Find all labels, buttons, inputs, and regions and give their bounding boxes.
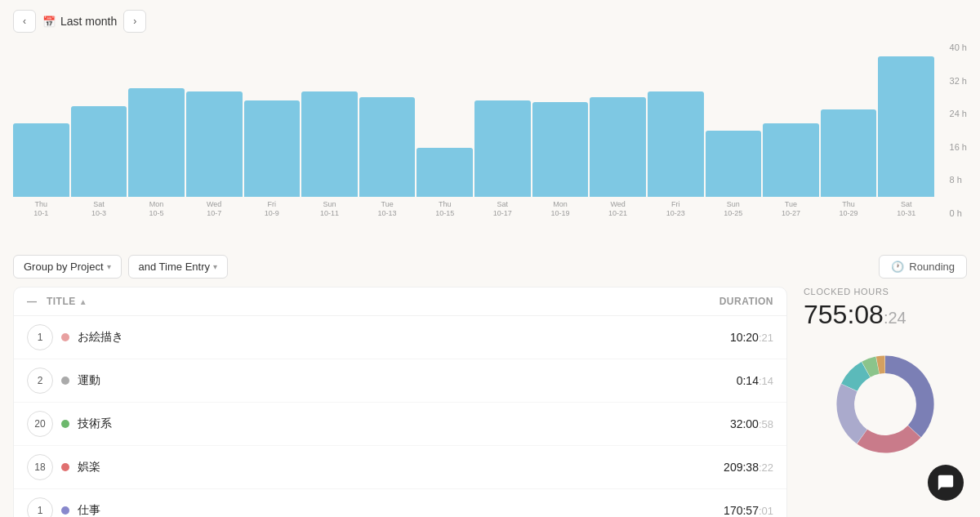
bar-column: Mon10-5 [128, 88, 185, 218]
bar-label: Wed10-21 [608, 200, 627, 218]
row-duration: 209:38:22 [675, 461, 773, 474]
duration-col: DURATION [675, 296, 773, 307]
bar [590, 97, 646, 198]
duration-sec: :58 [759, 418, 773, 430]
bar-label: Tue10-13 [378, 200, 397, 218]
bar-column: Sat10-3 [71, 106, 127, 218]
bar-column: Sun10-25 [706, 131, 762, 218]
calendar-icon: 📅 [42, 16, 56, 28]
bar-column: Tue10-13 [359, 97, 416, 218]
y-label: 40 h [950, 42, 967, 52]
time-entry-label: and Time Entry [139, 261, 210, 273]
group-by-button[interactable]: Group by Project ▾ [13, 255, 122, 279]
row-title: お絵描き [78, 330, 675, 345]
duration-main: 170:57 [724, 504, 759, 517]
duration-sec: :01 [759, 505, 773, 517]
bar [416, 148, 473, 197]
chart-area: 40 h32 h24 h16 h8 h0 h Thu10-1Sat10-3Mon… [0, 42, 980, 247]
duration-main: 209:38 [724, 461, 759, 474]
clocked-time: 755:08:24 [804, 300, 967, 330]
bar-column: Wed10-7 [186, 91, 243, 218]
bar-column: Mon10-19 [532, 102, 589, 218]
duration-main: 32:00 [730, 417, 759, 430]
table-row[interactable]: 18 娯楽 209:38:22 [14, 446, 786, 489]
row-duration: 0:14:14 [675, 374, 773, 387]
donut-svg [832, 351, 938, 457]
table-body: 1 お絵描き 10:20:21 2 運動 0:14:14 20 技術系 32:0… [14, 316, 786, 517]
bar [301, 91, 358, 197]
row-title: 娯楽 [78, 460, 675, 475]
donut-chart [804, 343, 967, 466]
duration-sec: :21 [759, 332, 773, 344]
bar-label: Tue10-27 [782, 200, 800, 218]
row-dot [61, 463, 69, 471]
bar-label: Mon10-5 [149, 200, 164, 218]
bar-label: Thu10-15 [435, 200, 454, 218]
row-count: 1 [27, 497, 53, 517]
table-row[interactable]: 1 お絵描き 10:20:21 [14, 316, 786, 359]
y-label: 8 h [950, 175, 967, 185]
main-content: — TITLE ▲ DURATION 1 お絵描き 10:20:21 2 運動 … [0, 287, 980, 517]
bar [128, 88, 185, 197]
bar [763, 123, 819, 197]
donut-segment [836, 384, 866, 443]
bar [648, 91, 704, 197]
chart-bars: Thu10-1Sat10-3Mon10-5Wed10-7Fri10-9Sun10… [13, 42, 967, 218]
bar-column: Wed10-21 [590, 97, 646, 218]
bar [359, 97, 416, 198]
bar-column: Tue10-27 [763, 123, 819, 218]
group-by-label: Group by Project [24, 261, 104, 273]
title-header-text: TITLE [47, 296, 76, 307]
row-count: 18 [27, 454, 53, 480]
table-row[interactable]: 20 技術系 32:00:58 [14, 403, 786, 446]
row-dot [61, 333, 69, 341]
bar-label: Sun10-11 [320, 200, 339, 218]
y-label: 16 h [950, 142, 967, 152]
chevron-down-icon: ▾ [107, 262, 111, 271]
donut-segment [885, 355, 934, 437]
bar-label: Sat10-31 [897, 200, 915, 218]
sort-icon: ▲ [79, 297, 87, 306]
table-row[interactable]: 1 仕事 170:57:01 [14, 489, 786, 517]
row-dot [61, 506, 69, 515]
row-title: 仕事 [78, 503, 675, 517]
hours-value: 755:08 [804, 300, 884, 329]
clocked-label: CLOCKED HOURS [804, 287, 967, 296]
bar-column: Sat10-31 [878, 56, 934, 218]
bar-label: Mon10-19 [550, 200, 569, 218]
period-text: Last month [60, 15, 117, 28]
bar-column: Thu10-15 [416, 148, 473, 218]
rounding-button[interactable]: 🕐 Rounding [879, 255, 967, 279]
bar [186, 91, 243, 197]
bar [821, 109, 877, 198]
bar-label: Thu10-29 [840, 200, 858, 218]
chat-icon [937, 474, 955, 492]
row-duration: 32:00:58 [675, 417, 773, 430]
rounding-label: Rounding [909, 261, 955, 273]
row-title: 技術系 [78, 417, 675, 431]
chat-button[interactable] [928, 465, 964, 501]
duration-main: 0:14 [737, 374, 759, 387]
chart-y-labels: 40 h32 h24 h16 h8 h0 h [950, 42, 967, 218]
bar-label: Wed10-7 [207, 200, 221, 218]
clock-icon: 🕐 [891, 261, 904, 273]
bar-label: Thu10-1 [33, 200, 48, 218]
bar [13, 123, 69, 197]
row-count: 20 [27, 411, 53, 437]
bar-column: Thu10-29 [821, 109, 877, 218]
title-col: TITLE ▲ [47, 296, 675, 307]
bar-column: Sun10-11 [301, 91, 358, 218]
table-header: — TITLE ▲ DURATION [14, 287, 786, 316]
seconds-value: :24 [884, 309, 906, 327]
bar-label: Fri10-9 [265, 200, 279, 218]
row-dot [61, 420, 69, 428]
table-row[interactable]: 2 運動 0:14:14 [14, 359, 786, 403]
duration-main: 10:20 [730, 331, 759, 344]
duration-sec: :14 [759, 375, 773, 387]
bar [71, 106, 127, 198]
prev-button[interactable]: ‹ [13, 10, 36, 33]
bar-label: Sat10-3 [91, 200, 106, 218]
bar-column: Sat10-17 [474, 100, 531, 218]
next-button[interactable]: › [123, 10, 146, 33]
time-entry-button[interactable]: and Time Entry ▾ [128, 255, 228, 279]
